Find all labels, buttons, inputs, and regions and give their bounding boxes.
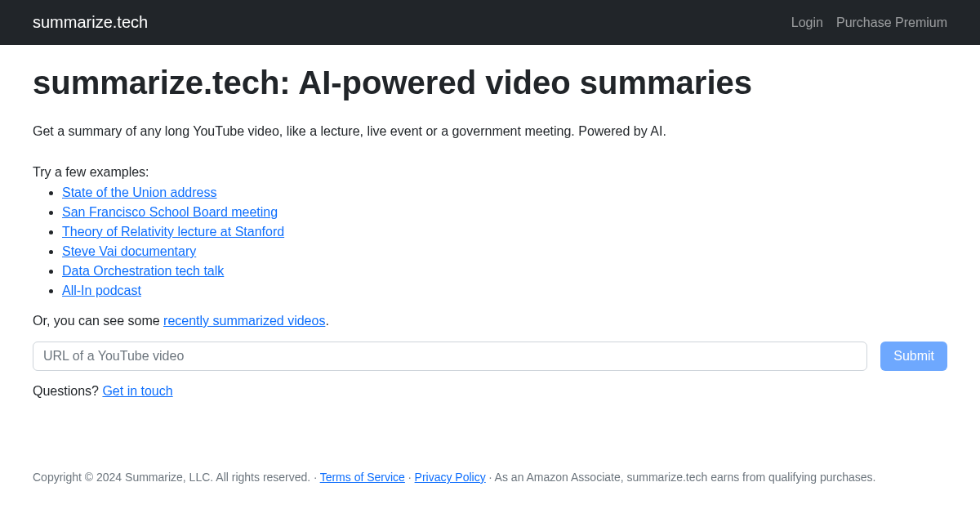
list-item: Theory of Relativity lecture at Stanford — [62, 222, 947, 242]
questions-text: Questions? Get in touch — [33, 384, 947, 399]
list-item: San Francisco School Board meeting — [62, 203, 947, 222]
examples-list: State of the Union address San Francisco… — [33, 183, 947, 301]
example-link[interactable]: San Francisco School Board meeting — [62, 205, 278, 219]
list-item: All-In podcast — [62, 281, 947, 301]
recent-text: Or, you can see some recently summarized… — [33, 314, 947, 328]
example-link[interactable]: Data Orchestration tech talk — [62, 264, 224, 278]
url-form: Submit — [33, 342, 947, 371]
copyright-text: Copyright © 2024 Summarize, LLC. All rig… — [33, 471, 320, 484]
list-item: Steve Vai documentary — [62, 242, 947, 261]
brand-link[interactable]: summarize.tech — [33, 13, 148, 32]
examples-intro: Try a few examples: — [33, 165, 947, 180]
premium-link[interactable]: Purchase Premium — [836, 16, 947, 30]
example-link[interactable]: Steve Vai documentary — [62, 244, 196, 258]
example-link[interactable]: Theory of Relativity lecture at Stanford — [62, 225, 284, 239]
main-container: summarize.tech: AI-powered video summari… — [0, 45, 980, 451]
list-item: State of the Union address — [62, 183, 947, 203]
example-link[interactable]: All-In podcast — [62, 284, 141, 297]
login-link[interactable]: Login — [791, 16, 823, 30]
submit-button[interactable]: Submit — [880, 342, 947, 371]
example-link[interactable]: State of the Union address — [62, 185, 216, 199]
footer-suffix: · As an Amazon Associate, summarize.tech… — [486, 471, 876, 484]
list-item: Data Orchestration tech talk — [62, 261, 947, 281]
page-heading: summarize.tech: AI-powered video summari… — [33, 65, 947, 101]
url-input[interactable] — [33, 342, 867, 371]
navbar-nav: Login Purchase Premium — [791, 16, 947, 30]
description-text: Get a summary of any long YouTube video,… — [33, 124, 947, 139]
questions-prefix: Questions? — [33, 384, 102, 398]
navbar: summarize.tech Login Purchase Premium — [0, 0, 980, 45]
recent-prefix: Or, you can see some — [33, 314, 163, 328]
contact-link[interactable]: Get in touch — [102, 384, 172, 398]
footer: Copyright © 2024 Summarize, LLC. All rig… — [0, 451, 980, 503]
tos-link[interactable]: Terms of Service — [320, 471, 405, 484]
privacy-link[interactable]: Privacy Policy — [415, 471, 486, 484]
separator: · — [405, 471, 415, 484]
recent-suffix: . — [325, 314, 328, 328]
recent-videos-link[interactable]: recently summarized videos — [163, 314, 325, 328]
